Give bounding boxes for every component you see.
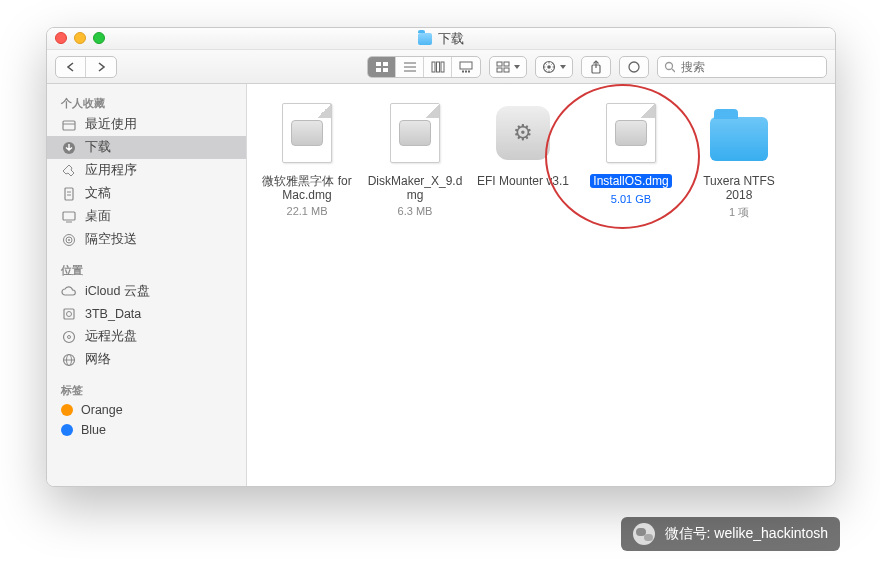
app-icon: ⚙ (488, 98, 558, 168)
file-size: 22.1 MB (257, 205, 357, 217)
sidebar-item-label: 应用程序 (85, 162, 137, 179)
sidebar-item-label: 远程光盘 (85, 328, 137, 345)
sidebar-item-tag-blue[interactable]: Blue (47, 420, 246, 440)
svg-rect-36 (64, 309, 74, 319)
sidebar-item-tag-orange[interactable]: Orange (47, 400, 246, 420)
airdrop-icon (61, 232, 77, 248)
view-gallery-button[interactable] (452, 57, 480, 77)
svg-rect-17 (504, 68, 509, 72)
group-by-button[interactable] (489, 56, 527, 78)
network-icon (61, 352, 77, 368)
folder-item[interactable]: Tuxera NTFS 2018 1 项 (689, 98, 789, 220)
svg-point-39 (68, 335, 71, 338)
sidebar-item-label: 下载 (85, 139, 111, 156)
svg-rect-12 (465, 70, 467, 72)
share-button[interactable] (581, 56, 611, 78)
dmg-icon (380, 98, 450, 168)
file-item[interactable]: DiskMaker_X_9.dmg 6.3 MB (365, 98, 465, 217)
svg-rect-1 (383, 62, 388, 66)
svg-rect-14 (497, 62, 502, 66)
sidebar-header-favorites: 个人收藏 (47, 92, 246, 113)
minimize-button[interactable] (74, 32, 86, 44)
action-menu-button[interactable] (535, 56, 573, 78)
sidebar-item-network[interactable]: 网络 (47, 348, 246, 371)
desktop-icon (61, 209, 77, 225)
svg-line-24 (672, 69, 675, 72)
svg-point-23 (666, 62, 673, 69)
svg-rect-7 (432, 62, 435, 72)
titlebar: 下载 (47, 28, 835, 50)
sidebar-item-downloads[interactable]: 下载 (47, 136, 246, 159)
search-field[interactable] (657, 56, 827, 78)
view-list-button[interactable] (396, 57, 424, 77)
sidebar-item-label: 隔空投送 (85, 231, 137, 248)
file-name: EFI Mounter v3.1 (473, 174, 573, 188)
sidebar-item-applications[interactable]: 应用程序 (47, 159, 246, 182)
wechat-icon (633, 523, 655, 545)
window-controls (55, 32, 105, 44)
file-size: 5.01 GB (581, 193, 681, 205)
svg-point-35 (68, 239, 70, 241)
optical-icon (61, 329, 77, 345)
sidebar-item-remote-disc[interactable]: 远程光盘 (47, 325, 246, 348)
sidebar-item-icloud[interactable]: iCloud 云盘 (47, 280, 246, 303)
maximize-button[interactable] (93, 32, 105, 44)
view-switcher (367, 56, 481, 78)
svg-point-37 (67, 312, 72, 317)
applications-icon (61, 163, 77, 179)
svg-rect-11 (462, 70, 464, 72)
svg-rect-31 (63, 212, 75, 220)
sidebar-item-label: 文稿 (85, 185, 111, 202)
dmg-icon (596, 98, 666, 168)
folder-icon (704, 98, 774, 168)
disk-icon (61, 306, 77, 322)
back-button[interactable] (56, 57, 86, 77)
svg-rect-2 (376, 68, 381, 72)
svg-rect-25 (63, 121, 75, 130)
download-icon (61, 140, 77, 156)
forward-button[interactable] (86, 57, 116, 77)
tag-orange-icon (61, 404, 73, 416)
svg-point-22 (629, 62, 639, 72)
toolbar (47, 50, 835, 84)
svg-rect-10 (460, 62, 472, 69)
dmg-icon (272, 98, 342, 168)
search-input[interactable] (681, 60, 820, 74)
svg-point-19 (547, 65, 551, 69)
file-item-selected[interactable]: InstallOS.dmg 5.01 GB (581, 98, 681, 205)
window-title: 下载 (438, 30, 464, 48)
sidebar-item-airdrop[interactable]: 隔空投送 (47, 228, 246, 251)
svg-rect-0 (376, 62, 381, 66)
file-item[interactable]: ⚙ EFI Mounter v3.1 (473, 98, 573, 190)
svg-rect-16 (497, 68, 502, 72)
svg-rect-15 (504, 62, 509, 66)
sidebar-item-documents[interactable]: 文稿 (47, 182, 246, 205)
sidebar-item-label: 桌面 (85, 208, 111, 225)
svg-rect-13 (468, 70, 470, 72)
file-name: Tuxera NTFS 2018 (689, 174, 789, 203)
icloud-icon (61, 284, 77, 300)
svg-point-38 (64, 331, 75, 342)
sidebar-item-label: 网络 (85, 351, 111, 368)
nav-buttons (55, 56, 117, 78)
tag-blue-icon (61, 424, 73, 436)
sidebar-item-desktop[interactable]: 桌面 (47, 205, 246, 228)
sidebar-item-label: 3TB_Data (85, 307, 141, 321)
file-item[interactable]: 微软雅黑字体 for Mac.dmg 22.1 MB (257, 98, 357, 217)
wechat-label: 微信号: welike_hackintosh (665, 525, 828, 543)
sidebar-item-recent[interactable]: 最近使用 (47, 113, 246, 136)
sidebar-item-disk[interactable]: 3TB_Data (47, 303, 246, 325)
sidebar-item-label: Blue (81, 423, 106, 437)
title-folder-icon (418, 33, 432, 45)
tags-button[interactable] (619, 56, 649, 78)
svg-rect-28 (65, 188, 73, 200)
finder-window: 下载 (46, 27, 836, 487)
file-grid-area[interactable]: 微软雅黑字体 for Mac.dmg 22.1 MB DiskMaker_X_9… (247, 84, 835, 486)
file-count: 1 项 (689, 205, 789, 220)
view-icons-button[interactable] (368, 57, 396, 77)
file-name: DiskMaker_X_9.dmg (365, 174, 465, 203)
sidebar-item-label: Orange (81, 403, 123, 417)
close-button[interactable] (55, 32, 67, 44)
view-columns-button[interactable] (424, 57, 452, 77)
wechat-overlay: 微信号: welike_hackintosh (621, 517, 840, 551)
